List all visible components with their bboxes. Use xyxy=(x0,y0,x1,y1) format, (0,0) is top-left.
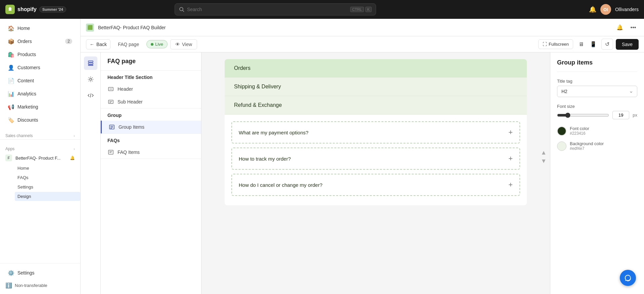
faqs-section-label: FAQs xyxy=(101,134,201,146)
right-panel-title: Group items xyxy=(557,59,637,72)
faq-expand-icon-3: + xyxy=(508,180,513,189)
structure-item-header[interactable]: Header xyxy=(101,83,201,95)
sidebar-item-content[interactable]: 📄 Content xyxy=(3,74,78,87)
marketing-icon: 📢 xyxy=(8,104,14,110)
layers-icon-btn[interactable] xyxy=(84,56,97,70)
chat-icon xyxy=(624,274,632,282)
avatar[interactable]: Ol xyxy=(600,4,611,15)
sidebar-item-orders[interactable]: 📦 Orders 2 xyxy=(3,35,78,48)
title-tag-field-group: Title tag H1 H2 H3 H4 H5 H6 xyxy=(557,79,637,97)
font-size-field-group: Font size px xyxy=(557,104,637,119)
preview-group-orders[interactable]: Orders xyxy=(225,59,527,78)
fullscreen-button[interactable]: ⛶ Fullscreen xyxy=(538,39,573,49)
structure-item-subheader[interactable]: Sub Header xyxy=(101,95,201,108)
device-icons: 🖥 📱 xyxy=(576,39,599,50)
editor-layout: FAQ page Header Title Section Header xyxy=(81,52,644,294)
scroll-up-btn[interactable]: ▲ xyxy=(541,149,547,156)
search-input[interactable] xyxy=(187,7,348,12)
analytics-icon: 📊 xyxy=(8,91,14,97)
brand-logo[interactable]: shopify Summer '24 xyxy=(5,5,66,14)
tablet-icon-btn[interactable]: 📱 xyxy=(588,39,599,50)
font-size-input[interactable] xyxy=(612,111,629,119)
orders-badge: 2 xyxy=(65,39,72,44)
view-button[interactable]: 👁 View xyxy=(170,39,197,49)
font-size-label: Font size xyxy=(557,104,637,109)
svg-rect-9 xyxy=(108,100,113,103)
sidebar-item-settings[interactable]: ⚙️ Settings xyxy=(3,266,78,279)
scroll-down-btn[interactable]: ▼ xyxy=(541,158,547,165)
svg-point-0 xyxy=(180,7,183,11)
orders-icon: 📦 xyxy=(8,38,14,44)
preview-group-refund[interactable]: Refund & Exchange xyxy=(225,96,527,115)
preview-area: Orders Shipping & Delivery Refund & Exch… xyxy=(201,52,550,294)
app-logo: 🟩 xyxy=(86,24,94,32)
sales-channels-section: Sales channels › xyxy=(0,129,80,139)
search-icon xyxy=(179,7,184,12)
bg-color-row: Background color #edf4e7 xyxy=(557,141,637,151)
sidebar-item-products[interactable]: 🛍️ Products xyxy=(3,48,78,61)
home-icon: 🏠 xyxy=(8,25,14,31)
sidebar-bottom: ⚙️ Settings ℹ️ Non-transferable xyxy=(0,263,80,294)
structure-item-faq-items[interactable]: FAQ Items xyxy=(101,146,201,159)
app-header-icons: 🔔 ••• xyxy=(614,22,639,33)
preview-faq-cancel[interactable]: How do I cancel or change my order? + xyxy=(231,174,520,196)
brand-name: shopify xyxy=(17,6,37,12)
preview-group-shipping[interactable]: Shipping & Delivery xyxy=(225,78,527,96)
app-sub-design[interactable]: Design xyxy=(15,192,80,201)
discounts-icon: 🏷️ xyxy=(8,117,14,123)
preview-faq-section: What are my payment options? + How to tr… xyxy=(225,115,527,205)
sidebar-item-customers[interactable]: 👤 Customers xyxy=(3,61,78,74)
font-color-swatch[interactable] xyxy=(557,126,566,136)
shopify-icon xyxy=(5,5,15,14)
live-badge[interactable]: Live xyxy=(146,40,168,48)
topnav-right: 🔔 Ol Ollivanders xyxy=(589,4,639,15)
apps-chevron[interactable]: › xyxy=(74,147,75,151)
svg-point-5 xyxy=(90,78,92,80)
more-options-btn[interactable]: ••• xyxy=(628,22,639,33)
preview-group: Orders Shipping & Delivery Refund & Exch… xyxy=(225,59,527,115)
user-name[interactable]: Ollivanders xyxy=(615,7,639,12)
structure-panel-header: FAQ page xyxy=(101,52,201,71)
sidebar-item-marketing[interactable]: 📢 Marketing xyxy=(3,100,78,113)
font-size-slider[interactable] xyxy=(557,113,609,118)
back-button[interactable]: ← Back xyxy=(86,39,110,49)
bell-icon-btn[interactable]: 🔔 xyxy=(614,22,625,33)
global-search[interactable]: CTRL K xyxy=(175,3,376,15)
live-dot xyxy=(151,43,153,46)
chat-button[interactable] xyxy=(620,270,636,286)
undo-button[interactable]: ↺ xyxy=(601,39,613,50)
notifications-icon[interactable]: 🔔 xyxy=(589,6,596,13)
code-icon-btn[interactable] xyxy=(84,89,97,102)
app-sub-home[interactable]: Home xyxy=(15,164,80,173)
sales-channels-chevron[interactable]: › xyxy=(74,134,75,138)
save-button[interactable]: Save xyxy=(616,39,639,50)
app-sub-settings[interactable]: Settings xyxy=(15,182,80,192)
preview-faq-payment[interactable]: What are my payment options? + xyxy=(231,121,520,143)
sidebar-item-home[interactable]: 🏠 Home xyxy=(3,22,78,35)
structure-item-group-items[interactable]: Group Items xyxy=(101,121,201,133)
preview-faq-track[interactable]: How to track my order? + xyxy=(231,148,520,170)
right-panel: Group items Title tag H1 H2 H3 H4 H5 H6 xyxy=(550,52,644,294)
app-bell-icon[interactable]: 🔔 xyxy=(70,156,75,160)
desktop-icon-btn[interactable]: 🖥 xyxy=(576,39,587,50)
app-betterfaq[interactable]: F BetterFAQ- Product F... 🔔 xyxy=(0,153,80,163)
group-section-label: Group xyxy=(101,109,201,121)
bg-color-info: Background color #edf4e7 xyxy=(570,141,604,151)
structure-panel: FAQ page Header Title Section Header xyxy=(101,52,201,294)
title-tag-label: Title tag xyxy=(557,79,637,84)
settings-icon-btn[interactable] xyxy=(84,73,97,86)
products-icon: 🛍️ xyxy=(8,51,14,57)
sidebar-item-discounts[interactable]: 🏷️ Discounts xyxy=(3,114,78,126)
search-shortcut: CTRL K xyxy=(350,7,372,12)
content-icon: 📄 xyxy=(8,78,14,84)
sidebar-item-analytics[interactable]: 📊 Analytics xyxy=(3,87,78,100)
preview-scroll[interactable]: Orders Shipping & Delivery Refund & Exch… xyxy=(201,52,550,294)
apps-section: Apps › F BetterFAQ- Product F... 🔔 Home … xyxy=(0,139,80,201)
group-items-icon xyxy=(108,124,115,130)
bg-color-swatch[interactable] xyxy=(557,141,566,151)
faq-page-tab[interactable]: FAQ page xyxy=(113,40,144,49)
title-tag-select[interactable]: H1 H2 H3 H4 H5 H6 xyxy=(557,86,637,97)
svg-rect-3 xyxy=(88,63,93,64)
app-sub-faqs[interactable]: FAQs xyxy=(15,173,80,182)
subheader-item-icon xyxy=(107,98,114,105)
